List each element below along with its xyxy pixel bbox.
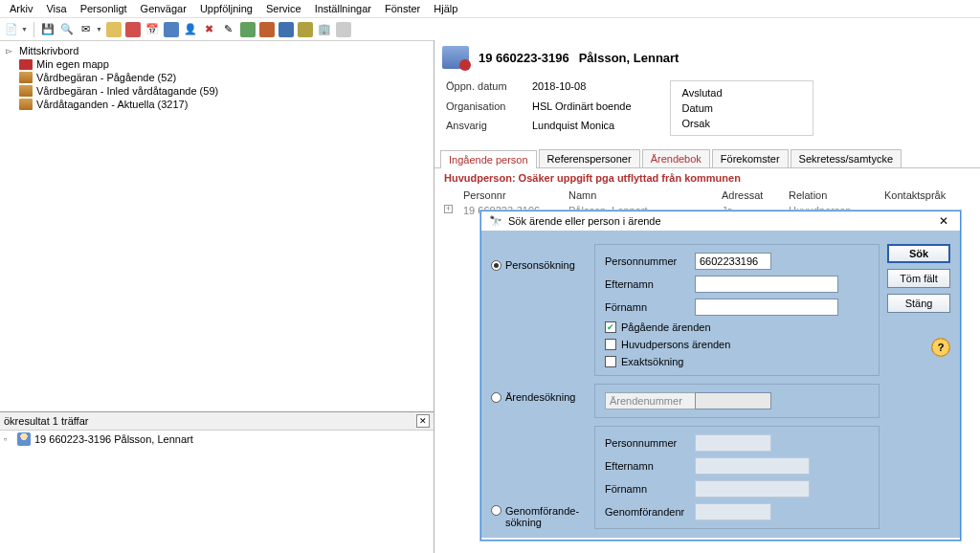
resp-label: Ansvarig [446, 120, 523, 136]
menu-fonster[interactable]: Fönster [385, 3, 420, 14]
toolbar-icon-4[interactable] [336, 22, 351, 37]
chk-label: Huvudpersons ärenden [621, 339, 730, 350]
warning-text: Huvudperson: Osäker uppgift pga utflytta… [434, 168, 980, 188]
radio-personsokning[interactable]: Personsökning [491, 259, 587, 271]
dialog-close-button[interactable]: ✕ [935, 214, 952, 228]
tom-falt-button[interactable]: Töm fält [887, 269, 950, 288]
tree-item-min-egen[interactable]: Min egen mapp [0, 57, 434, 71]
efternamn-label: Efternamn [605, 278, 689, 290]
mail-dropdown[interactable]: ▼ [96, 26, 102, 33]
dialog-body: Personsökning Ärendesökning Genomförande… [481, 231, 960, 538]
g-genomforandenr-label: Genomförandenr [605, 506, 689, 518]
case-icon [442, 46, 469, 69]
tree-item-aktuella[interactable]: Vårdåtaganden - Aktuella (3217) [0, 98, 434, 111]
tree-label: Min egen mapp [36, 58, 109, 70]
closed-label: Avslutad [682, 87, 740, 99]
binoculars-icon: 🔭 [489, 215, 502, 228]
resp-value: Lundquist Monica [532, 120, 632, 136]
row-expand-icon[interactable]: + [444, 205, 453, 213]
dialog-fields-column: Personnummer Efternamn Förnamn ✔ Pågåend… [594, 244, 880, 528]
search-result-row[interactable]: ▫ 19 660223-3196 Pålsson, Lennart [0, 431, 434, 448]
radio-genomforande[interactable]: Genomförande- sökning [491, 505, 587, 528]
nav-tree: ▻ Mittskrivbord Min egen mapp Vårdbegära… [0, 40, 434, 115]
tree-root[interactable]: ▻ Mittskrivbord [0, 44, 434, 57]
close-results-button[interactable]: ✕ [416, 414, 430, 428]
tree-item-inled[interactable]: Vårdbegäran - Inled vårdåtagande (59) [0, 84, 434, 98]
toolbar-icon-1[interactable] [106, 22, 122, 37]
dialog-buttons-column: Sök Töm fält Stäng ? [887, 244, 950, 528]
radio-icon [491, 505, 501, 516]
g-pnr-label: Personnummer [605, 437, 689, 449]
date-label: Datum [682, 102, 740, 114]
save-icon[interactable]: 💾 [40, 22, 56, 37]
stang-button[interactable]: Stäng [887, 294, 950, 313]
user-icon[interactable]: 👤 [183, 22, 198, 37]
menu-genvagar[interactable]: Genvägar [141, 3, 187, 14]
col-adressat: Adressat [722, 189, 789, 201]
search-result-text: 19 660223-3196 Pålsson, Lennart [34, 433, 193, 445]
table-icon[interactable] [164, 22, 179, 37]
menu-uppfoljning[interactable]: Uppföljning [200, 3, 253, 14]
g-genomforandenr-display [695, 503, 771, 520]
clipboard-icon[interactable] [298, 22, 313, 37]
case-meta: Öppn. datum 2018-10-08 Organisation HSL … [434, 75, 980, 149]
folder-icon [19, 85, 33, 97]
chk-label: Exaktsökning [621, 356, 683, 367]
col-personnr: Personnr [463, 189, 568, 201]
col-kontaktsprak: Kontaktspråk [884, 189, 980, 201]
search-results-panel: ökresultat 1 träffar ✕ ▫ 19 660223-3196 … [0, 411, 434, 448]
edit-icon[interactable]: ✎ [221, 22, 236, 37]
pnr-input[interactable] [695, 253, 771, 270]
tree-item-pagaende[interactable]: Vårdbegäran - Pågående (52) [0, 71, 434, 84]
fornamn-input[interactable] [695, 299, 838, 316]
arendenummer-input[interactable] [695, 392, 771, 409]
expand-icon[interactable]: ▫ [4, 434, 13, 444]
tab-referens[interactable]: Referenspersoner [539, 149, 640, 167]
tree-label: Vårdbegäran - Pågående (52) [36, 72, 176, 83]
tab-ingaende[interactable]: Ingående person [440, 150, 537, 168]
menu-service[interactable]: Service [266, 3, 301, 14]
tab-forekomster[interactable]: Förekomster [712, 149, 789, 167]
dialog-title: Sök ärende eller person i ärende [508, 215, 661, 227]
menu-visa[interactable]: Visa [46, 3, 66, 14]
open-date-value: 2018-10-08 [532, 80, 632, 97]
menu-hjalp[interactable]: Hjälp [434, 3, 457, 14]
arende-search-fieldset: Ärendenummer ▾ [594, 384, 880, 418]
tabs: Ingående person Referenspersoner Ärendeb… [434, 149, 980, 168]
help-icon[interactable]: ? [931, 338, 950, 357]
open-date-label: Öppn. datum [446, 80, 523, 97]
person-table-header: Personnr Namn Adressat Relation Kontakts… [434, 188, 980, 203]
g-efternamn-label: Efternamn [605, 460, 689, 472]
calendar-icon[interactable]: 📅 [145, 22, 160, 37]
search-icon[interactable]: 🔍 [59, 22, 75, 37]
case-person-name: Pålsson, Lennart [579, 51, 679, 65]
toolbar-icon-3[interactable] [240, 22, 256, 37]
radio-icon [491, 392, 501, 403]
window-icon[interactable] [278, 22, 294, 37]
chk-label: Pågående ärenden [621, 321, 711, 333]
tree-root-label: Mittskrivbord [19, 45, 78, 56]
new-doc-dropdown[interactable]: ▼ [21, 26, 28, 33]
radio-arendesokning[interactable]: Ärendesökning [491, 391, 587, 403]
sok-button[interactable]: Sök [887, 244, 950, 263]
chk-pagaende[interactable]: ✔ Pågående ärenden [605, 321, 869, 333]
remove-user-icon[interactable]: ✖ [202, 22, 217, 37]
new-doc-icon[interactable]: 📄 [4, 22, 19, 37]
chk-exakt[interactable]: Exaktsökning [605, 356, 869, 367]
tab-sekretess[interactable]: Sekretess/samtycke [791, 149, 902, 167]
toolbar: 📄 ▼ 💾 🔍 ✉ ▼ 📅 👤 ✖ ✎ 🏢 [0, 18, 980, 41]
menu-personligt[interactable]: Personligt [80, 3, 127, 14]
chart-icon[interactable] [259, 22, 275, 37]
efternamn-input[interactable] [695, 276, 838, 293]
menu-installningar[interactable]: Inställningar [315, 3, 371, 14]
menu-arkiv[interactable]: Arkiv [10, 3, 33, 14]
building-icon[interactable]: 🏢 [317, 22, 332, 37]
mail-icon[interactable]: ✉ [78, 22, 94, 37]
g-fornamn-display [695, 480, 810, 498]
person-icon [17, 432, 31, 446]
tab-arendebok[interactable]: Ärendebok [642, 149, 710, 167]
chk-huvudperson[interactable]: Huvudpersons ärenden [605, 339, 869, 350]
menubar: Arkiv Visa Personligt Genvägar Uppföljni… [0, 0, 980, 18]
toolbar-icon-2[interactable] [125, 22, 141, 37]
collapse-icon[interactable]: ▻ [6, 46, 15, 55]
